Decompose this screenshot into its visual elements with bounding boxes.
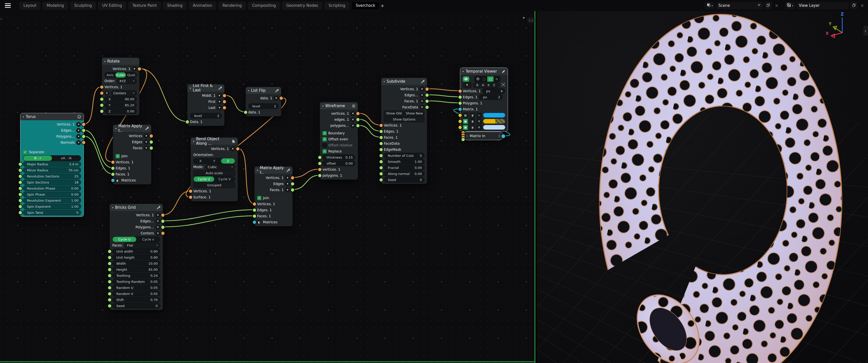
viewlayer-remove-button[interactable]: × [859,2,866,9]
socket-l[interactable] [108,286,111,289]
toggle-option-cycle-v[interactable]: Cycle v [136,237,160,242]
display-mode-curve-icon[interactable]: ∿ [494,76,500,82]
node-rotate[interactable]: ▾RotateVertices. 1▼AxisEulerQuatOrder:XY… [102,58,140,116]
socket-r[interactable] [161,220,164,223]
field-width[interactable]: Width10.00 [112,261,160,266]
collapse-node-icon[interactable]: ▾ [104,60,105,63]
field-seed[interactable]: Seed0 [384,177,425,183]
socket-r[interactable] [291,176,294,179]
socket-r[interactable] [426,94,429,97]
collapse-node-icon[interactable]: ▾ [112,206,113,209]
socket-l[interactable] [186,120,189,124]
socket-r[interactable] [426,106,429,109]
node-header-lfl[interactable]: ▾List First & Last [187,85,224,92]
socket-l[interactable] [253,214,256,218]
node-header-flip[interactable]: ▾List Flip [246,87,281,94]
workspace-tab-texture-paint[interactable]: Texture Paint [128,1,161,10]
node-header-ma1[interactable]: ▾Matrix Apply t.. [113,125,151,132]
color-row-icon-1[interactable]: ◨ [470,125,475,130]
toggle-option-z[interactable]: Z [221,158,235,164]
color-row-icon-1[interactable]: ◨ [470,113,475,118]
workspace-tab-uv-editing[interactable]: UV Editing [98,1,126,10]
scene-unlink-button[interactable]: × [773,2,780,9]
field-thickness[interactable]: thickness0.15 [322,155,355,160]
socket-menu-button[interactable]: ▼ [217,93,222,98]
color-row-icon-2[interactable]: ∿ [476,113,482,118]
socket-l[interactable] [459,96,462,99]
socket-l[interactable] [111,179,115,182]
socket-menu-button[interactable]: ▼ [217,99,222,104]
socket-r[interactable] [426,100,429,103]
field-z[interactable]: Z0.00 [104,108,137,114]
field-random-u[interactable]: Random U0.05 [112,285,160,290]
socket-menu-button[interactable]: ▼ [155,213,160,218]
toggle-option-cycle-u[interactable]: Cycle U [113,237,136,242]
socket-l[interactable] [19,193,22,196]
socket-l[interactable] [379,148,383,151]
editor-collapse-left-icon[interactable]: › [0,16,2,21]
socket-l[interactable] [108,298,111,301]
field-fractal[interactable]: Fractal0.00 [384,165,425,170]
socket-menu-button[interactable]: ▼ [76,134,81,139]
socket-l[interactable] [108,250,111,253]
toggle-option-axis[interactable]: Axis [105,72,115,78]
socket-l[interactable] [253,221,256,224]
node-torus[interactable]: ▾TorusVertices. 1▼Edges...▼Polygons...▼N… [20,113,84,217]
field-random-v[interactable]: Random V0.05 [112,291,160,296]
socket-menu-button[interactable]: ▼ [217,105,222,110]
socket-r[interactable] [291,188,294,192]
field-unit-width[interactable]: Unit width0.90 [112,249,160,254]
workspace-tab-shading[interactable]: Shading [163,1,187,10]
color-swatch[interactable] [483,125,505,130]
workspace-tab-geometry-nodes[interactable]: Geometry Nodes [282,1,322,10]
button-show-options[interactable]: Show Options [384,117,425,122]
field-seed[interactable]: Seed0 [112,303,160,308]
socket-r[interactable] [82,141,85,144]
socket-menu-button[interactable]: ▼ [76,140,81,145]
socket-menu-button[interactable]: ▼ [285,182,290,186]
display-mode-dashring-icon[interactable]: ◌ [481,76,487,82]
viewport-collapse-right[interactable]: ‹ [864,26,868,36]
field-unit-heigth[interactable]: Unit heigth0.90 [112,255,160,260]
workspace-tab-modeling[interactable]: Modeling [42,1,68,10]
node-header-wf[interactable]: ▾Wireframe [320,102,358,109]
socket-l[interactable] [253,208,256,212]
node-header-rotate[interactable]: ▾Rotate [102,58,139,65]
node-header-bend[interactable]: ▾Bend Object Along ... [191,138,238,145]
socket-l[interactable] [318,162,321,165]
field-revolution-phase[interactable]: Revolution Phase0.00 [23,186,81,191]
color-row-icon-0[interactable]: ▦ [463,113,468,118]
socket-l[interactable] [379,154,383,157]
socket-l[interactable] [111,161,115,164]
button-grouped[interactable]: Grouped [193,182,235,188]
display-mode-cube-icon[interactable] [475,76,481,82]
socket-menu-button[interactable]: ▼ [230,146,235,151]
socket-l[interactable] [379,166,383,169]
socket-l[interactable] [459,126,462,129]
socket-menu-button[interactable]: ▼ [104,91,109,96]
field-spin-sections[interactable]: Spin Sections18 [23,179,81,185]
socket-r[interactable] [223,100,226,103]
socket-l[interactable] [108,280,111,283]
node-bricks[interactable]: ▾Bricks GridVertices. 1▼Edges...▼Polygon… [110,204,163,310]
socket-l[interactable] [108,256,111,259]
checkbox-boundary[interactable]: ✓ [322,131,327,135]
socket-l[interactable] [108,292,111,295]
node-bend[interactable]: ▾Bend Object Along ...Vertices. 1▼Orient… [190,137,238,201]
collapse-node-icon[interactable]: ▾ [248,89,249,92]
socket-r[interactable] [356,112,360,115]
node-header-sd[interactable]: ▾Subdivide [381,78,427,85]
socket-l[interactable] [379,172,383,175]
add-workspace-button[interactable]: + [380,3,384,8]
viewlayer-copy-button[interactable] [850,2,858,9]
button-show-new[interactable]: Show New [404,110,425,116]
socket-menu-button[interactable]: ▼ [285,175,290,180]
display-mode-ring-icon[interactable]: ○ [487,76,494,82]
socket-l[interactable] [379,178,383,182]
field-shift[interactable]: Shift0.70 [112,297,160,302]
socket-menu-button[interactable]: ▼ [76,122,81,127]
collapse-node-icon[interactable]: ▾ [190,87,191,90]
field-level[interactable]: level2 [248,103,279,109]
collapse-node-icon[interactable]: ▾ [193,140,194,143]
socket-r[interactable] [501,134,505,138]
